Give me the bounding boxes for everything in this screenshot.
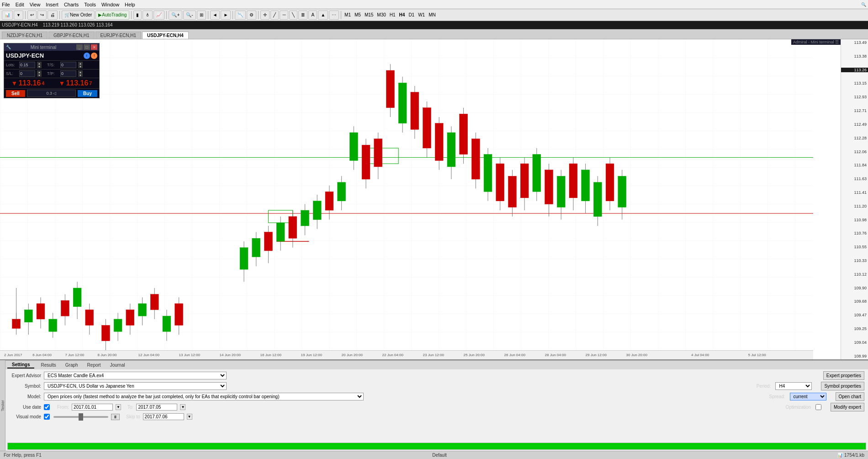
menu-file[interactable]: File <box>2 2 10 7</box>
symbol-alert-btn[interactable]: ! <box>91 53 97 59</box>
modify-expert-btn[interactable]: Modify expert <box>831 403 864 411</box>
chart-tab-1[interactable]: GBPJPY-ECN,H1 <box>48 32 95 39</box>
sl-up[interactable]: ▲ <box>37 70 42 74</box>
model-select[interactable]: Open prices only (fastest method to anal… <box>44 393 364 400</box>
chart-tab-3[interactable]: USDJPY-ECN,H4 <box>142 32 188 39</box>
minimize-btn[interactable]: _ <box>76 44 83 50</box>
hline-btn[interactable]: ─ <box>280 11 288 20</box>
text-btn[interactable]: A <box>308 11 317 20</box>
optimization-checkbox[interactable] <box>815 404 821 410</box>
scroll-left-btn[interactable]: ◄ <box>210 11 220 20</box>
period-h4[interactable]: H4 <box>398 12 407 17</box>
line-tool-btn[interactable]: ╱ <box>270 11 279 20</box>
time-18: 5 Jul 12:00 <box>748 353 766 357</box>
zoom-in2-btn[interactable]: 🔍+ <box>169 11 182 20</box>
visual-mode-checkbox[interactable] <box>44 414 50 420</box>
period-m30[interactable]: M30 <box>376 12 387 17</box>
menu-charts[interactable]: Charts <box>64 2 79 7</box>
chart-tab-2[interactable]: EURJPY-ECN,H1 <box>95 32 142 39</box>
line-btn[interactable]: 📈 <box>153 11 164 20</box>
fib-btn[interactable]: ≣ <box>298 11 307 20</box>
menu-bar: File Edit View Insert Charts Tools Windo… <box>0 0 868 9</box>
period-sep-btn[interactable]: ⚙ <box>247 11 256 20</box>
chart-tab-0[interactable]: NZDJPY-ECN,H1 <box>2 32 48 39</box>
symbol-info-btn[interactable]: i <box>84 53 90 59</box>
period-select[interactable]: H4 <box>775 382 812 390</box>
period-w1[interactable]: W1 <box>417 12 426 17</box>
new-order-btn[interactable]: 🛒 New Order <box>62 11 95 20</box>
zoom-out-btn[interactable]: 🔍- <box>183 11 196 20</box>
zoom-in-btn[interactable]: ▼ <box>14 11 23 20</box>
undo-btn[interactable]: ↩ <box>27 11 37 20</box>
menu-view[interactable]: View <box>30 2 41 7</box>
symbol-select[interactable]: USDJPY-ECN, US Dollar vs Japanese Yen <box>44 382 227 390</box>
close-btn[interactable]: ✕ <box>91 44 97 50</box>
period-m5[interactable]: M5 <box>353 12 362 17</box>
properties-btn[interactable]: ⊞ <box>197 11 206 20</box>
skip-to-input[interactable] <box>143 413 184 420</box>
indicator-btn[interactable]: 📉 <box>235 11 246 20</box>
candle-btn[interactable]: 🕯 <box>143 11 153 20</box>
scroll-right-btn[interactable]: ► <box>221 11 231 20</box>
admiral-label[interactable]: Admiral - Mini terminal ☰ <box>791 39 841 45</box>
sep2 <box>59 11 60 19</box>
to-date-input[interactable] <box>136 404 177 411</box>
expert-row: Expert Advisor ECS Master Candle EA.ex4 … <box>9 371 864 380</box>
period-h1[interactable]: H1 <box>388 12 397 17</box>
period-m1[interactable]: M1 <box>343 12 352 17</box>
print-btn[interactable]: 🖨 <box>48 11 58 20</box>
spread-select[interactable]: current <box>790 393 826 400</box>
svg-rect-52 <box>338 182 346 201</box>
menu-help[interactable]: Help <box>125 2 135 7</box>
tester-tab-results[interactable]: Results <box>36 362 60 368</box>
sl-input[interactable] <box>19 70 35 77</box>
sell-button[interactable]: Sell <box>6 90 25 97</box>
to-date-picker[interactable]: ▼ <box>180 404 185 410</box>
sl-down[interactable]: ▼ <box>37 74 42 77</box>
lots-down[interactable]: ▼ <box>37 65 42 68</box>
from-date-picker[interactable]: ▼ <box>116 404 121 410</box>
tp-input[interactable] <box>60 70 76 77</box>
tester-tab-graph[interactable]: Graph <box>61 362 83 368</box>
lots-up[interactable]: ▲ <box>37 62 42 65</box>
new-chart-btn[interactable]: 📊 <box>2 11 13 20</box>
maximize-btn[interactable]: □ <box>84 44 90 50</box>
tester-tab-journal[interactable]: Journal <box>106 362 130 368</box>
expert-props-btn[interactable]: Expert properties <box>823 371 864 380</box>
use-date-checkbox[interactable] <box>44 404 50 410</box>
svg-rect-96 <box>606 164 614 201</box>
lots-input[interactable] <box>19 62 35 68</box>
skip-to-picker[interactable]: ▼ <box>187 414 192 420</box>
price-21: 109.25 <box>841 326 868 331</box>
tester-tab-settings[interactable]: Settings <box>7 362 34 368</box>
more-tools-btn[interactable]: ⋯ <box>329 11 339 20</box>
ts-up[interactable]: ▲ <box>78 62 83 65</box>
open-chart-btn[interactable]: Open chart <box>836 392 864 401</box>
label-btn[interactable]: ▲ <box>318 11 328 20</box>
expert-select[interactable]: ECS Master Candle EA.ex4 <box>44 372 227 379</box>
ts-input[interactable] <box>60 62 76 68</box>
menu-window[interactable]: Window <box>101 2 119 7</box>
menu-insert[interactable]: Insert <box>46 2 58 7</box>
tline-btn[interactable]: ╲ <box>289 11 297 20</box>
menu-tools[interactable]: Tools <box>84 2 96 7</box>
redo-btn[interactable]: ↪ <box>37 11 47 20</box>
buy-button[interactable]: Buy <box>78 90 97 97</box>
crosshair-btn[interactable]: ✛ <box>260 11 270 20</box>
search-box[interactable]: 🔍 <box>861 2 866 7</box>
bar-chart-btn[interactable]: ▮ <box>133 11 142 20</box>
symbol-props-btn[interactable]: Symbol properties <box>821 382 864 390</box>
new-order-icon: 🛒 <box>64 12 70 17</box>
period-m15[interactable]: M15 <box>363 12 375 17</box>
auto-trading-btn[interactable]: ▶ AutoTrading <box>95 11 129 20</box>
ts-down[interactable]: ▼ <box>78 65 83 68</box>
visual-speed-slider[interactable] <box>53 416 108 418</box>
pause-btn[interactable]: ⏸ <box>111 414 120 420</box>
period-d1[interactable]: D1 <box>407 12 416 17</box>
tp-down[interactable]: ▼ <box>78 74 83 77</box>
tester-tab-report[interactable]: Report <box>83 362 106 368</box>
tp-up[interactable]: ▲ <box>78 70 83 74</box>
from-date-input[interactable] <box>72 404 113 411</box>
period-mn[interactable]: MN <box>427 12 437 17</box>
menu-edit[interactable]: Edit <box>16 2 24 7</box>
